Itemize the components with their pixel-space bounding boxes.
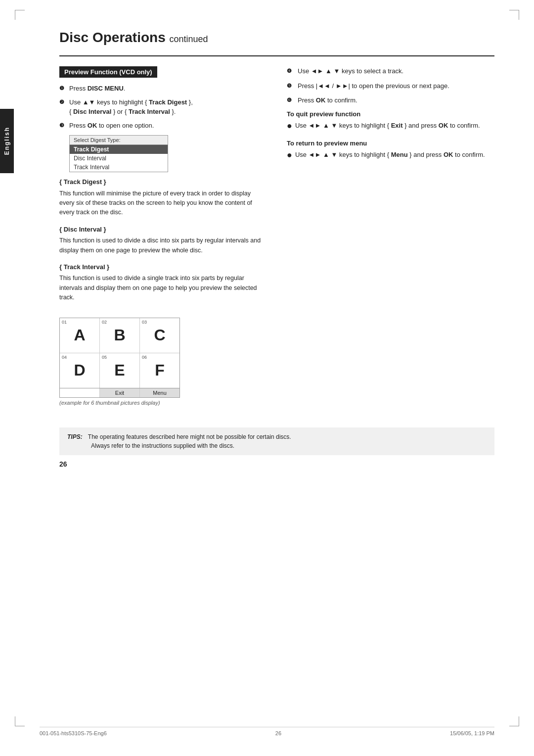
thumb-footer-menu: Menu (140, 388, 179, 397)
menu-box: Select Digest Type: Track Digest Disc In… (69, 135, 168, 172)
subsection-track-interval-title: { Track Interval } (59, 262, 267, 272)
menu-item-disc-interval: Disc Interval (70, 154, 168, 163)
step-3: ❸ Press OK to open one option. (59, 121, 267, 131)
step-6: ❻ Press OK to confirm. (287, 95, 494, 105)
step-5-num: ❺ (287, 82, 295, 90)
quit-bullet-dot: ● (287, 119, 292, 133)
thumbnail-grid: 01A 02B 03C 04D 05E 06F (59, 318, 180, 388)
step-5: ❺ Press |◄◄ / ►►| to open the previous o… (287, 81, 494, 91)
step-1-num: ❶ (59, 84, 66, 93)
thumb-cell-1: 01A (60, 318, 99, 353)
step-1: ❶ Press DISC MENU. (59, 84, 267, 94)
left-column: Preview Function (VCD only) ❶ Press DISC… (59, 66, 267, 408)
footer-left: 001-051-hts5310S-75-Eng6 (40, 730, 107, 736)
thumb-cell-3: 03C (140, 318, 179, 353)
menu-item-track-digest: Track Digest (70, 145, 168, 154)
return-bullet-content: Use ◄► ▲ ▼ keys to highlight { Menu } an… (295, 150, 494, 160)
subsection-disc-interval-title: { Disc Interval } (59, 225, 267, 235)
quit-bullet-content: Use ◄► ▲ ▼ keys to highlight { Exit } an… (295, 121, 494, 131)
thumb-cell-6: 06F (140, 353, 179, 388)
right-column: ❹ Use ◄► ▲ ▼ keys to select a track. ❺ P… (287, 66, 494, 408)
thumbnail-footer: Exit Menu (59, 388, 180, 398)
tips-box: TIPS: The operating features described h… (59, 427, 494, 455)
title-rule (59, 55, 494, 56)
tips-line-1: The operating features described here mi… (88, 433, 291, 440)
thumb-cell-4: 04D (60, 353, 99, 388)
step-5-content: Press |◄◄ / ►►| to open the previous or … (298, 81, 494, 91)
subsection-quit-title: To quit preview function (287, 110, 494, 118)
step-6-content: Press OK to confirm. (298, 95, 494, 105)
quit-bullet-step: ● Use ◄► ▲ ▼ keys to highlight { Exit } … (287, 121, 494, 133)
step-4-content: Use ◄► ▲ ▼ keys to select a track. (298, 66, 494, 76)
step-2-num: ❷ (59, 98, 66, 106)
menu-item-track-interval: Track Interval (70, 163, 168, 172)
section-header: Preview Function (VCD only) (59, 66, 157, 78)
subsection-track-digest-body: This function will minimise the picture … (59, 189, 267, 218)
thumbnail-grid-wrapper: 01A 02B 03C 04D 05E 06F (59, 318, 180, 406)
step-1-content: Press DISC MENU. (69, 84, 267, 94)
footer-center: 26 (275, 730, 281, 736)
subsection-disc-interval: { Disc Interval } This function is used … (59, 225, 267, 255)
page-title: Disc Operations continued (59, 30, 494, 46)
step-3-content: Press OK to open one option. (69, 121, 267, 131)
step-4-num: ❹ (287, 67, 295, 75)
thumb-cell-2: 02B (100, 318, 139, 353)
subsection-quit-preview: To quit preview function ● Use ◄► ▲ ▼ ke… (287, 110, 494, 133)
step-4: ❹ Use ◄► ▲ ▼ keys to select a track. (287, 66, 494, 76)
subsection-disc-interval-body: This function is used to divide a disc i… (59, 236, 267, 255)
step-2-content: Use ▲▼ keys to highlight { Track Digest … (69, 97, 267, 117)
subsection-track-digest-title: { Track Digest } (59, 177, 267, 187)
subsection-return-preview: To return to preview menu ● Use ◄► ▲ ▼ k… (287, 140, 494, 162)
return-bullet-step: ● Use ◄► ▲ ▼ keys to highlight { Menu } … (287, 150, 494, 162)
footer-right: 15/06/05, 1:19 PM (450, 730, 494, 736)
subsection-track-interval-body: This function is used to divide a single… (59, 274, 267, 302)
thumb-footer-exit: Exit (100, 388, 139, 397)
tips-line-2: Always refer to the instructions supplie… (91, 442, 234, 449)
step-6-num: ❻ (287, 96, 295, 104)
page-number: 26 (59, 460, 494, 468)
menu-box-title: Select Digest Type: (70, 136, 168, 145)
subsection-track-interval: { Track Interval } This function is used… (59, 262, 267, 303)
step-3-num: ❸ (59, 121, 66, 130)
subsection-track-digest: { Track Digest } This function will mini… (59, 177, 267, 218)
return-bullet-dot: ● (287, 148, 292, 162)
page-footer: 001-051-hts5310S-75-Eng6 26 15/06/05, 1:… (40, 727, 494, 736)
thumb-cell-5: 05E (100, 353, 139, 388)
step-2: ❷ Use ▲▼ keys to highlight { Track Diges… (59, 97, 267, 117)
tips-label: TIPS: (67, 433, 83, 440)
thumbnail-caption: (example for 6 thumbnail pictures displa… (59, 400, 180, 406)
thumb-footer-empty (60, 388, 99, 397)
subsection-return-title: To return to preview menu (287, 140, 494, 147)
